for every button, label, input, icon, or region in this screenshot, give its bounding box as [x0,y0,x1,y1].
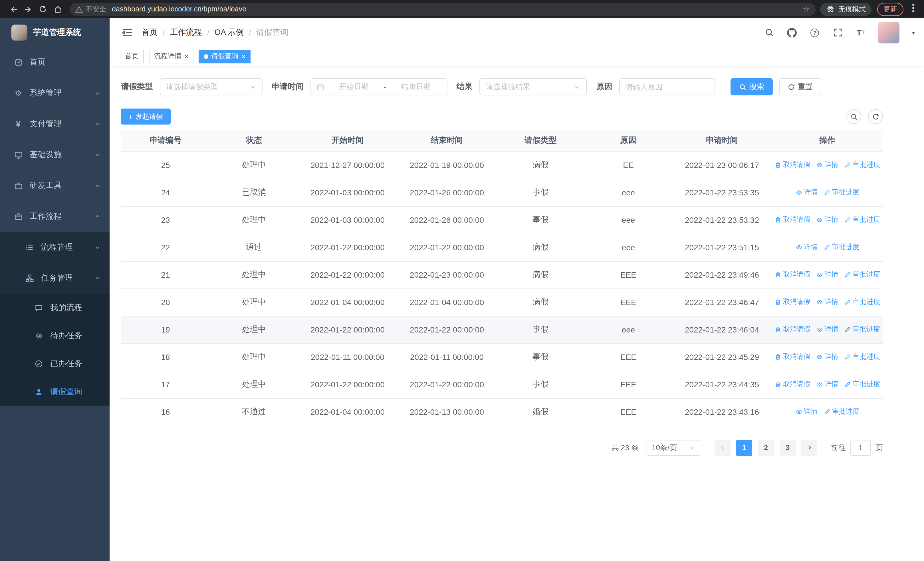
leave-type-select[interactable]: 请选择请假类型 [160,78,262,95]
cancel-leave-link[interactable]: 取消请假 [774,215,810,225]
approval-progress-link[interactable]: 审批进度 [844,352,880,362]
cell-id: 20 [121,289,210,316]
detail-link[interactable]: 详情 [795,242,818,252]
browser-back-icon[interactable] [6,2,21,17]
detail-link[interactable]: 详情 [816,160,838,170]
search-button[interactable]: 搜索 [730,78,773,95]
approval-progress-link[interactable]: 审批进度 [844,325,880,334]
sidebar-item-my-process[interactable]: 我的流程 [0,294,110,322]
sidebar-item-label: 系统管理 [30,88,62,98]
sidebar-item-home[interactable]: 首页 [0,47,110,78]
breadcrumb-separator: / [249,28,251,37]
result-select[interactable]: 请选择流结果 [479,78,587,95]
browser-home-icon[interactable] [50,2,65,17]
cancel-leave-link[interactable]: 取消请假 [774,325,810,334]
page-button-1[interactable]: 1 [736,439,752,456]
sidebar-item-task-management[interactable]: 任务管理 [0,263,110,294]
create-leave-button[interactable]: + 发起请假 [121,108,170,125]
close-icon[interactable]: × [242,53,245,60]
cancel-leave-link[interactable]: 取消请假 [774,160,810,170]
breadcrumb-workflow[interactable]: 工作流程 [170,27,202,38]
user-avatar[interactable] [878,22,900,44]
detail-link[interactable]: 详情 [816,215,838,225]
approval-progress-link[interactable]: 审批进度 [823,188,859,197]
action-label: 详情 [825,270,838,280]
sidebar-item-todo-tasks[interactable]: 待办任务 [0,322,110,350]
reset-button[interactable]: 重置 [779,78,821,95]
fullscreen-icon[interactable] [832,27,843,38]
security-warning[interactable]: 不安全 [75,4,106,14]
detail-link[interactable]: 详情 [816,380,838,390]
detail-link[interactable]: 详情 [816,325,838,334]
sidebar-item-payment[interactable]: ¥ 支付管理 [0,108,110,139]
github-icon[interactable] [786,27,798,38]
page-content: 请假类型 请选择请假类型 申请时间 开始日期 - 结束日期 [110,66,924,456]
next-page-button[interactable] [801,439,817,456]
tab-process-detail[interactable]: 流程详情 × [149,50,194,63]
chevron-down-icon [95,150,100,159]
table-search-toggle-icon[interactable] [846,109,861,124]
cancel-leave-link[interactable]: 取消请假 [774,380,810,390]
chevron-down-icon [95,243,100,252]
chevron-left-icon [719,444,726,451]
breadcrumb-home[interactable]: 首页 [141,27,158,38]
eye-icon [816,299,823,305]
sidebar-item-leave-query[interactable]: 请假查询 [0,378,110,406]
sidebar-item-process-management[interactable]: 流程管理 [0,232,110,263]
browser-refresh-icon[interactable] [35,2,50,17]
sidebar-item-system[interactable]: ⚙ 系统管理 [0,78,110,108]
approval-progress-link[interactable]: 审批进度 [823,242,859,252]
detail-link[interactable]: 详情 [816,297,838,307]
prev-page-button[interactable] [714,439,730,456]
browser-forward-icon[interactable] [21,2,35,17]
sidebar-item-label: 工作流程 [30,211,62,222]
tab-home[interactable]: 首页 [120,50,144,63]
search-icon[interactable] [764,27,775,38]
approval-progress-link[interactable]: 审批进度 [844,160,880,170]
address-bar[interactable]: 不安全 dashboard.yudao.iocoder.cn/bpm/oa/le… [70,3,816,16]
detail-link[interactable]: 详情 [795,188,818,197]
detail-link[interactable]: 详情 [816,270,838,280]
cancel-leave-link[interactable]: 取消请假 [774,352,810,362]
cell-id: 25 [121,151,210,179]
cancel-leave-link[interactable]: 取消请假 [774,270,810,280]
sidebar-item-workflow[interactable]: 工作流程 [0,201,110,232]
cell-end: 2022-01-26 00:00:00 [397,179,496,206]
action-label: 取消请假 [783,297,810,307]
date-range-picker[interactable]: 开始日期 - 结束日期 [310,78,447,95]
cell-status: 已取消 [210,179,298,206]
sidebar-toggle-icon[interactable] [122,28,132,37]
breadcrumb-oa[interactable]: OA 示例 [214,27,244,38]
table-refresh-icon[interactable] [868,109,883,124]
close-icon[interactable]: × [184,53,188,60]
approval-progress-link[interactable]: 审批进度 [844,270,880,280]
approval-progress-link[interactable]: 审批进度 [844,380,880,390]
detail-link[interactable]: 详情 [795,407,818,417]
app-logo[interactable]: 芋道管理系统 [0,18,110,47]
cell-type: 事假 [496,343,584,371]
browser-menu-icon[interactable] [908,3,918,15]
goto-page-input[interactable] [850,439,871,456]
cell-actions: 取消请假详情审批进度 [772,151,883,179]
sidebar-item-devtools[interactable]: 研发工具 [0,170,110,201]
cell-end: 2022-01-13 00:00:00 [397,398,496,426]
reason-input[interactable] [626,83,709,91]
page-size-select[interactable]: 10条/页 [646,439,700,456]
page-button-3[interactable]: 3 [780,439,796,456]
sidebar-item-label: 任务管理 [41,273,73,283]
bookmark-star-icon[interactable]: ☆ [803,5,810,14]
list-icon [25,243,34,252]
sidebar-item-infrastructure[interactable]: 基础设施 [0,139,110,170]
approval-progress-link[interactable]: 审批进度 [823,407,859,417]
browser-update-button[interactable]: 更新 [877,3,903,16]
page-button-2[interactable]: 2 [758,439,774,456]
tab-leave-query[interactable]: 请假查询 × [199,50,250,63]
sidebar-item-done-tasks[interactable]: 已办任务 [0,350,110,378]
font-size-icon[interactable]: TT [855,27,866,38]
cancel-leave-link[interactable]: 取消请假 [774,297,810,307]
detail-link[interactable]: 详情 [816,352,838,362]
approval-progress-link[interactable]: 审批进度 [844,297,880,307]
help-icon[interactable]: ? [809,27,821,38]
approval-progress-link[interactable]: 审批进度 [844,215,880,225]
avatar-caret-icon[interactable]: ▾ [912,29,915,36]
